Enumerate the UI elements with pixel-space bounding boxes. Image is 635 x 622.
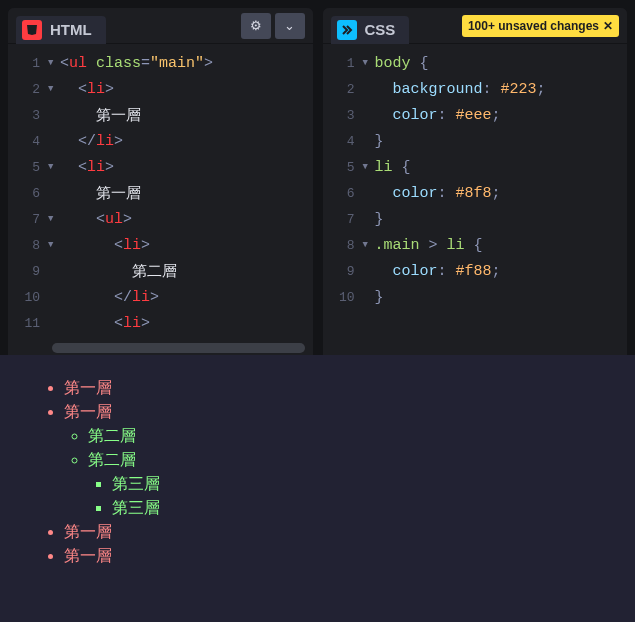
code-line[interactable]: 10} [323, 284, 628, 310]
css-badge-icon [337, 20, 357, 40]
panel-title-html: HTML [50, 21, 92, 38]
tab-html[interactable]: HTML [16, 16, 106, 44]
code-line[interactable]: 3第一層 [8, 102, 313, 128]
panel-css: CSS 100+ unsaved changes ✕ 1▼body {2back… [323, 8, 628, 355]
panel-header-html: HTML ⚙ ⌄ [8, 8, 313, 44]
code-line[interactable]: 5▼li { [323, 154, 628, 180]
code-line[interactable]: 7} [323, 206, 628, 232]
editor-panels: HTML ⚙ ⌄ 1▼<ul class="main">2▼<li>3第一層4<… [0, 0, 635, 355]
settings-button[interactable]: ⚙ [241, 13, 271, 39]
list-item: 第一層 [64, 546, 615, 567]
code-line[interactable]: 8▼.main > li { [323, 232, 628, 258]
code-line[interactable]: 1▼<ul class="main"> [8, 50, 313, 76]
list-item: 第一層 [64, 378, 615, 399]
code-line[interactable]: 7▼<ul> [8, 206, 313, 232]
preview-list: 第一層 第一層 第二層 第二層 第三層 第三層 第一層 第一層 [40, 378, 615, 567]
code-line[interactable]: 6color: #8f8; [323, 180, 628, 206]
code-line[interactable]: 9第二層 [8, 258, 313, 284]
html-badge-icon [22, 20, 42, 40]
gear-icon: ⚙ [250, 18, 262, 33]
editor-html[interactable]: 1▼<ul class="main">2▼<li>3第一層4</li>5▼<li… [8, 44, 313, 355]
code-line[interactable]: 10</li> [8, 284, 313, 310]
list-item: 第一層 [64, 522, 615, 543]
preview-pane: 第一層 第一層 第二層 第二層 第三層 第三層 第一層 第一層 [0, 355, 635, 622]
list-item: 第三層 [112, 498, 615, 519]
list-item-label: 第二層 [88, 451, 136, 468]
code-line[interactable]: 3color: #eee; [323, 102, 628, 128]
code-line[interactable]: 6第一層 [8, 180, 313, 206]
list-item: 第二層 第三層 第三層 [88, 450, 615, 519]
code-line[interactable]: 2background: #223; [323, 76, 628, 102]
tab-css[interactable]: CSS [331, 16, 410, 44]
editor-css[interactable]: 1▼body {2background: #223;3color: #eee;4… [323, 44, 628, 355]
panel-header-css: CSS 100+ unsaved changes ✕ [323, 8, 628, 44]
code-line[interactable]: 1▼body { [323, 50, 628, 76]
code-line[interactable]: 8▼<li> [8, 232, 313, 258]
close-icon[interactable]: ✕ [603, 19, 613, 33]
code-line[interactable]: 2▼<li> [8, 76, 313, 102]
panel-html: HTML ⚙ ⌄ 1▼<ul class="main">2▼<li>3第一層4<… [8, 8, 313, 355]
code-line[interactable]: 9color: #f88; [323, 258, 628, 284]
list-item: 第二層 [88, 426, 615, 447]
code-line[interactable]: 4</li> [8, 128, 313, 154]
list-item: 第三層 [112, 474, 615, 495]
code-line[interactable]: 11<li> [8, 310, 313, 336]
horizontal-scrollbar[interactable] [52, 343, 305, 353]
list-item-label: 第一層 [64, 403, 112, 420]
code-line[interactable]: 4} [323, 128, 628, 154]
code-line[interactable]: 5▼<li> [8, 154, 313, 180]
unsaved-changes-badge: 100+ unsaved changes ✕ [462, 15, 619, 37]
panel-title-css: CSS [365, 21, 396, 38]
list-item: 第一層 第二層 第二層 第三層 第三層 [64, 402, 615, 519]
chevron-down-icon: ⌄ [284, 18, 295, 33]
dropdown-button[interactable]: ⌄ [275, 13, 305, 39]
unsaved-changes-label: 100+ unsaved changes [468, 19, 599, 33]
